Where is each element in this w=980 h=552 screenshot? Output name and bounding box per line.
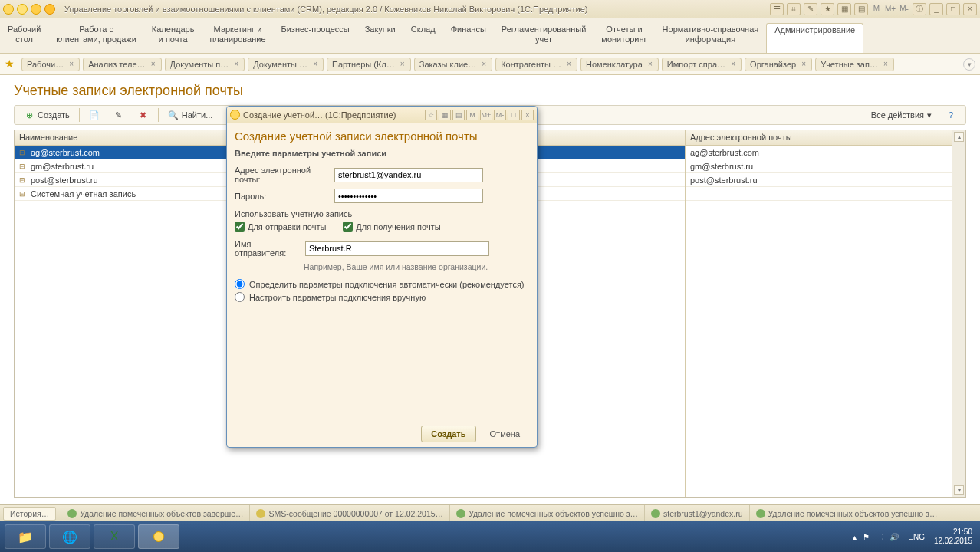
tab-contractors[interactable]: Контрагенты …× <box>495 58 577 71</box>
email-input[interactable] <box>334 168 483 182</box>
dialog-m-plus-icon[interactable]: M+ <box>480 110 492 120</box>
tray-clock[interactable]: 21:50 12.02.2015 <box>934 527 975 546</box>
tray-language[interactable]: ENG <box>905 531 928 543</box>
tab-close-icon[interactable]: × <box>479 60 488 69</box>
section-purchases[interactable]: Закупки <box>357 23 403 53</box>
minimize-button[interactable]: _ <box>929 3 943 15</box>
titlebar-dot-icon[interactable] <box>31 4 41 15</box>
tab-documents-2[interactable]: Документы …× <box>248 58 324 71</box>
section-clients[interactable]: Работа склиентами, продажи <box>48 23 144 53</box>
titlebar-tool-icon[interactable]: ☰ <box>770 3 784 15</box>
titlebar-tool-icon[interactable]: ⌗ <box>787 3 801 15</box>
tab-close-icon[interactable]: × <box>728 60 738 69</box>
tab-close-icon[interactable]: × <box>398 60 407 69</box>
tab-documents-1[interactable]: Документы п…× <box>165 58 245 71</box>
dialog-close-icon[interactable]: × <box>521 110 534 120</box>
grid-cell[interactable]: ag@sterbrust.com <box>686 146 952 159</box>
dialog-calc-icon[interactable]: ▤ <box>452 110 465 120</box>
receive-checkbox[interactable]: Для получения почты <box>343 222 440 232</box>
dialog-create-button[interactable]: Создать <box>421 426 475 442</box>
section-desktop[interactable]: Рабочийстол <box>0 23 48 53</box>
tray-network-icon[interactable]: ⛶ <box>876 533 883 541</box>
copy-button[interactable]: 📄 <box>84 108 104 122</box>
titlebar-help-icon[interactable]: ⓘ <box>913 3 926 15</box>
favorite-tab-icon[interactable]: ★ <box>5 58 18 71</box>
manual-config-radio[interactable]: Настроить параметры подключения вручную <box>235 292 529 302</box>
edit-button[interactable]: ✎ <box>109 108 129 122</box>
section-warehouse[interactable]: Склад <box>403 23 443 53</box>
status-message[interactable]: SMS-сообщение 00000000007 от 12.02.2015… <box>249 505 449 521</box>
section-processes[interactable]: Бизнес-процессы <box>274 23 357 53</box>
titlebar-dot-icon[interactable] <box>17 4 28 15</box>
tab-catalog[interactable]: Номенклатура× <box>580 58 659 71</box>
send-checkbox[interactable]: Для отправки почты <box>235 222 326 232</box>
auto-config-radio[interactable]: Определить параметры подключения автомат… <box>235 279 529 289</box>
column-header-email[interactable]: Адрес электронной почты <box>686 130 952 146</box>
tab-partners[interactable]: Партнеры (Кл…× <box>327 58 411 71</box>
grid-cell[interactable] <box>686 187 952 201</box>
tab-orders[interactable]: Заказы клие…× <box>414 58 492 71</box>
titlebar-dot-icon[interactable] <box>44 4 55 15</box>
scroll-up-icon[interactable]: ▴ <box>954 132 964 142</box>
tab-close-icon[interactable]: × <box>881 60 890 69</box>
dialog-maximize-icon[interactable]: □ <box>508 110 520 120</box>
dialog-title-bar[interactable]: Создание учетной… (1С:Предприятие) ☆ ▦ ▤… <box>227 107 537 123</box>
dialog-cancel-button[interactable]: Отмена <box>481 426 529 442</box>
tab-close-icon[interactable]: × <box>311 60 320 69</box>
titlebar-m-plus-icon[interactable]: M+ <box>885 3 896 15</box>
tab-close-icon[interactable]: × <box>232 60 241 69</box>
tab-organizer[interactable]: Органайзер× <box>745 58 812 71</box>
tab-desktop[interactable]: Рабочи…× <box>21 58 80 71</box>
status-message[interactable]: Удаление помеченных объектов заверше… <box>61 505 249 521</box>
history-button[interactable]: История… <box>3 507 56 521</box>
dialog-m-icon[interactable]: M <box>466 110 478 120</box>
dialog-pin-icon[interactable]: ☆ <box>425 110 437 120</box>
titlebar-calendar-icon[interactable]: ▤ <box>854 3 868 15</box>
dialog-m-minus-icon[interactable]: M- <box>494 110 506 120</box>
tabs-dropdown-icon[interactable]: ▾ <box>963 58 975 71</box>
tray-sound-icon[interactable]: 🔊 <box>890 533 899 541</box>
close-button[interactable]: × <box>963 3 977 15</box>
section-reports[interactable]: Отчеты имониторинг <box>594 23 654 53</box>
status-message[interactable]: Удаление помеченных объектов успешно з… <box>449 505 644 521</box>
all-actions-button[interactable]: Все действия ▾ <box>867 109 936 122</box>
section-finance[interactable]: Финансы <box>443 23 494 53</box>
section-regulated[interactable]: Регламентированныйучет <box>494 23 594 53</box>
tab-telephony[interactable]: Анализ теле…× <box>83 58 161 71</box>
tab-email-accounts[interactable]: Учетные зап…× <box>815 58 894 71</box>
dialog-tool-icon[interactable]: ▦ <box>439 110 451 120</box>
create-button[interactable]: ⊕Создать <box>19 108 74 122</box>
tray-flag-icon[interactable]: ⚑ <box>863 533 870 541</box>
tab-close-icon[interactable]: × <box>67 60 76 69</box>
sender-input[interactable] <box>305 242 489 256</box>
tab-close-icon[interactable]: × <box>564 60 574 69</box>
titlebar-calc-icon[interactable]: ▦ <box>837 3 851 15</box>
tray-up-icon[interactable]: ▴ <box>853 533 857 541</box>
status-message[interactable]: Удаление помеченных объектов успешно з… <box>749 505 944 521</box>
help-button[interactable]: ? <box>941 108 961 122</box>
maximize-button[interactable]: □ <box>946 3 960 15</box>
section-calendar[interactable]: Календарьи почта <box>144 23 202 53</box>
section-reference[interactable]: Нормативно-справочнаяинформация <box>655 23 767 53</box>
section-admin[interactable]: Администрирование <box>766 23 863 53</box>
grid-cell[interactable]: gm@sterbrust.ru <box>686 159 952 173</box>
password-input[interactable] <box>334 189 483 203</box>
status-message[interactable]: sterbrust1@yandex.ru <box>644 505 748 521</box>
titlebar-tool-icon[interactable]: ✎ <box>804 3 817 15</box>
tab-close-icon[interactable]: × <box>646 60 655 69</box>
vertical-scrollbar[interactable]: ▴ ▾ <box>952 130 965 497</box>
grid-cell[interactable]: post@sterbrust.ru <box>686 173 952 187</box>
scroll-down-icon[interactable]: ▾ <box>954 485 964 495</box>
taskbar-chrome-icon[interactable]: 🌐 <box>49 524 90 549</box>
find-button[interactable]: 🔍Найти... <box>163 108 218 122</box>
tab-close-icon[interactable]: × <box>799 60 808 69</box>
taskbar-1c-icon[interactable] <box>138 524 179 549</box>
tab-close-icon[interactable]: × <box>149 60 158 69</box>
tab-import[interactable]: Импорт спра…× <box>662 58 742 71</box>
taskbar-explorer-icon[interactable]: 📁 <box>5 524 46 549</box>
delete-button[interactable]: ✖ <box>133 108 153 122</box>
section-marketing[interactable]: Маркетинг ипланирование <box>202 23 273 53</box>
titlebar-m-minus-icon[interactable]: M- <box>899 3 909 15</box>
titlebar-m-icon[interactable]: M <box>871 3 882 15</box>
taskbar-excel-icon[interactable]: X <box>94 524 135 549</box>
